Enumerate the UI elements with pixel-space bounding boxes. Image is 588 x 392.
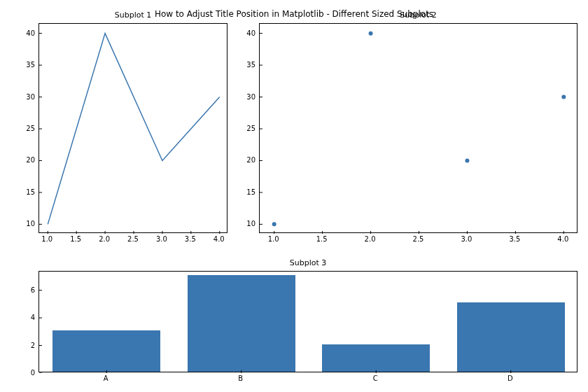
- svg-point-29: [369, 31, 373, 36]
- ax1-line: [48, 34, 219, 225]
- ax2-ytick: 25: [246, 125, 255, 132]
- ax3-xtick: B: [238, 374, 243, 382]
- ax1-xtick: 2.0: [99, 235, 110, 243]
- ax1-xtick: 2.5: [127, 235, 139, 243]
- ax2-svg: [260, 24, 578, 234]
- ax3-xtick: A: [104, 374, 108, 382]
- ax1-ytick: 15: [26, 188, 35, 195]
- ax2-xtick: 3.5: [509, 235, 520, 243]
- ax2-ytick: 30: [246, 92, 255, 100]
- ax1-xtick: 3.5: [185, 235, 196, 243]
- ax3-ytick: 6: [31, 286, 35, 293]
- ax1-svg: [39, 24, 228, 234]
- ax1-title: Subplot 1: [38, 10, 227, 20]
- ax3-xtick: D: [507, 374, 513, 382]
- ax1-line-plot: [38, 23, 227, 233]
- ax3-bar-plot: [38, 271, 578, 372]
- ax2-xtick: 1.0: [268, 235, 279, 243]
- ax1-xtick: 1.0: [41, 235, 52, 243]
- ax2-xtick: 3.0: [461, 235, 472, 243]
- ax1-ytick: 20: [26, 156, 35, 164]
- ax2-ytick: 10: [246, 220, 255, 227]
- ax3-xtick: C: [373, 374, 378, 382]
- figure: How to Adjust Title Position in Matplotl…: [0, 0, 588, 392]
- ax2-scatter-plot: [259, 23, 578, 233]
- svg-point-30: [465, 158, 469, 162]
- svg-point-31: [561, 95, 566, 99]
- ax1-ytick: 25: [26, 125, 35, 132]
- ax2-ytick: 35: [246, 61, 255, 69]
- ax1-xtick: 4.0: [214, 235, 225, 243]
- ax2-ytick: 15: [246, 188, 255, 195]
- ax2-ytick: 40: [246, 29, 255, 36]
- ax1-ytick: 30: [26, 92, 35, 100]
- ax2-points: [272, 31, 566, 227]
- ax1-xtick: 1.5: [70, 235, 81, 243]
- ax2-ytick: 20: [246, 156, 255, 164]
- ax3-svg: [39, 272, 578, 373]
- ax3-ytick: 4: [31, 314, 35, 321]
- ax2-title: Subplot 2: [259, 10, 578, 20]
- ax2-xtick: 2.5: [413, 235, 424, 243]
- ax3-ytick: 0: [31, 369, 35, 377]
- ax1-xtick: 3.0: [156, 235, 167, 243]
- ax3-ytick: 2: [31, 341, 35, 349]
- ax3-title: Subplot 3: [38, 258, 578, 267]
- ax1-ytick: 10: [26, 220, 35, 227]
- ax2-xtick: 4.0: [557, 235, 568, 243]
- svg-point-28: [272, 222, 276, 226]
- ax2-xtick: 2.0: [365, 235, 376, 243]
- ax1-ytick: 35: [26, 61, 35, 69]
- ax2-xtick: 1.5: [316, 235, 328, 243]
- ax1-ytick: 40: [26, 29, 35, 36]
